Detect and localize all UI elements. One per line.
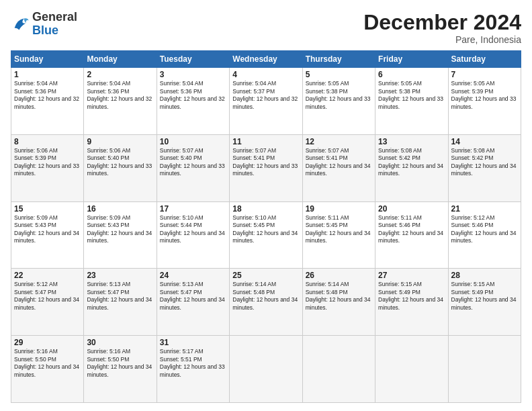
calendar-cell: 2 Sunrise: 5:04 AMSunset: 5:36 PMDayligh… [84,68,157,135]
day-number: 20 [378,204,445,214]
cell-info: Sunrise: 5:15 AMSunset: 5:49 PMDaylight:… [378,281,443,310]
calendar-cell: 1 Sunrise: 5:04 AMSunset: 5:36 PMDayligh… [11,68,84,135]
day-number: 29 [14,338,81,347]
calendar-cell: 10 Sunrise: 5:07 AMSunset: 5:40 PMDaylig… [157,134,229,201]
calendar-table: SundayMondayTuesdayWednesdayThursdayFrid… [11,50,521,403]
calendar-cell: 8 Sunrise: 5:06 AMSunset: 5:39 PMDayligh… [11,134,84,201]
cell-info: Sunrise: 5:15 AMSunset: 5:49 PMDaylight:… [451,281,517,310]
day-number: 26 [306,271,372,280]
calendar-cell: 19 Sunrise: 5:11 AMSunset: 5:45 PMDaylig… [302,201,375,269]
weekday-header-thursday: Thursday [302,51,375,68]
month-title: December 2024 [363,11,521,34]
calendar-cell: 25 Sunrise: 5:14 AMSunset: 5:48 PMDaylig… [230,269,302,336]
calendar-cell: 6 Sunrise: 5:05 AMSunset: 5:38 PMDayligh… [375,68,448,135]
day-number: 15 [14,204,81,214]
calendar-cell: 7 Sunrise: 5:05 AMSunset: 5:39 PMDayligh… [448,68,521,135]
day-number: 5 [306,70,372,79]
day-number: 12 [306,137,372,146]
cell-info: Sunrise: 5:14 AMSunset: 5:48 PMDaylight:… [232,281,298,310]
calendar-cell [230,336,302,403]
day-number: 19 [306,204,372,214]
day-number: 2 [87,70,153,79]
weekday-header-monday: Monday [84,51,157,68]
cell-info: Sunrise: 5:08 AMSunset: 5:42 PMDaylight:… [378,147,443,177]
day-number: 28 [451,271,518,280]
day-number: 27 [378,271,445,280]
cell-info: Sunrise: 5:16 AMSunset: 5:50 PMDaylight:… [87,348,152,377]
calendar-cell: 14 Sunrise: 5:08 AMSunset: 5:42 PMDaylig… [448,134,521,201]
calendar-cell: 28 Sunrise: 5:15 AMSunset: 5:49 PMDaylig… [448,269,521,336]
cell-info: Sunrise: 5:10 AMSunset: 5:44 PMDaylight:… [160,214,225,244]
calendar-cell: 5 Sunrise: 5:05 AMSunset: 5:38 PMDayligh… [302,68,375,135]
calendar-cell: 29 Sunrise: 5:16 AMSunset: 5:50 PMDaylig… [11,336,84,403]
calendar-week-3: 15 Sunrise: 5:09 AMSunset: 5:43 PMDaylig… [11,201,521,269]
logo: General Blue [11,11,77,38]
day-number: 30 [87,338,153,347]
calendar-cell [375,336,448,403]
weekday-header-tuesday: Tuesday [157,51,229,68]
logo-bird-icon [11,15,30,34]
weekday-header-saturday: Saturday [448,51,521,68]
cell-info: Sunrise: 5:13 AMSunset: 5:47 PMDaylight:… [160,281,225,310]
cell-info: Sunrise: 5:10 AMSunset: 5:45 PMDaylight:… [232,214,298,244]
cell-info: Sunrise: 5:14 AMSunset: 5:48 PMDaylight:… [306,281,371,310]
day-number: 24 [160,271,226,280]
day-number: 18 [232,204,299,214]
calendar-cell: 18 Sunrise: 5:10 AMSunset: 5:45 PMDaylig… [230,201,302,269]
calendar-cell: 9 Sunrise: 5:06 AMSunset: 5:40 PMDayligh… [84,134,157,201]
title-block: December 2024 Pare, Indonesia [363,11,521,45]
calendar-cell: 24 Sunrise: 5:13 AMSunset: 5:47 PMDaylig… [157,269,229,336]
cell-info: Sunrise: 5:04 AMSunset: 5:36 PMDaylight:… [160,80,225,109]
cell-info: Sunrise: 5:07 AMSunset: 5:40 PMDaylight:… [160,147,225,177]
day-number: 8 [14,137,81,146]
cell-info: Sunrise: 5:06 AMSunset: 5:39 PMDaylight:… [14,147,79,177]
cell-info: Sunrise: 5:09 AMSunset: 5:43 PMDaylight:… [14,214,79,244]
day-number: 1 [14,70,81,79]
calendar-cell: 20 Sunrise: 5:11 AMSunset: 5:46 PMDaylig… [375,201,448,269]
cell-info: Sunrise: 5:16 AMSunset: 5:50 PMDaylight:… [14,348,79,377]
calendar-cell: 21 Sunrise: 5:12 AMSunset: 5:46 PMDaylig… [448,201,521,269]
calendar-cell: 16 Sunrise: 5:09 AMSunset: 5:43 PMDaylig… [84,201,157,269]
cell-info: Sunrise: 5:07 AMSunset: 5:41 PMDaylight:… [306,147,371,177]
cell-info: Sunrise: 5:17 AMSunset: 5:51 PMDaylight:… [160,348,225,377]
calendar-cell [448,336,521,403]
calendar-week-1: 1 Sunrise: 5:04 AMSunset: 5:36 PMDayligh… [11,68,521,135]
cell-info: Sunrise: 5:04 AMSunset: 5:36 PMDaylight:… [14,80,79,109]
day-number: 9 [87,137,153,146]
calendar-cell: 23 Sunrise: 5:13 AMSunset: 5:47 PMDaylig… [84,269,157,336]
day-number: 3 [160,70,226,79]
day-number: 21 [451,204,518,214]
logo-text: General Blue [32,11,77,38]
calendar-week-5: 29 Sunrise: 5:16 AMSunset: 5:50 PMDaylig… [11,336,521,403]
day-number: 16 [87,204,153,214]
day-number: 17 [160,204,226,214]
calendar-week-4: 22 Sunrise: 5:12 AMSunset: 5:47 PMDaylig… [11,269,521,336]
location: Pare, Indonesia [363,34,521,45]
day-number: 25 [232,271,299,280]
calendar-cell: 22 Sunrise: 5:12 AMSunset: 5:47 PMDaylig… [11,269,84,336]
page: General Blue December 2024 Pare, Indones… [0,0,532,411]
calendar-cell: 11 Sunrise: 5:07 AMSunset: 5:41 PMDaylig… [230,134,302,201]
cell-info: Sunrise: 5:07 AMSunset: 5:41 PMDaylight:… [232,147,298,177]
calendar-week-2: 8 Sunrise: 5:06 AMSunset: 5:39 PMDayligh… [11,134,521,201]
day-number: 13 [378,137,445,146]
day-number: 22 [14,271,81,280]
calendar-cell [302,336,375,403]
cell-info: Sunrise: 5:12 AMSunset: 5:47 PMDaylight:… [14,281,79,310]
calendar-cell: 13 Sunrise: 5:08 AMSunset: 5:42 PMDaylig… [375,134,448,201]
calendar-cell: 4 Sunrise: 5:04 AMSunset: 5:37 PMDayligh… [230,68,302,135]
calendar-cell: 15 Sunrise: 5:09 AMSunset: 5:43 PMDaylig… [11,201,84,269]
day-number: 14 [451,137,518,146]
calendar-cell: 12 Sunrise: 5:07 AMSunset: 5:41 PMDaylig… [302,134,375,201]
calendar-cell: 17 Sunrise: 5:10 AMSunset: 5:44 PMDaylig… [157,201,229,269]
cell-info: Sunrise: 5:06 AMSunset: 5:40 PMDaylight:… [87,147,152,177]
cell-info: Sunrise: 5:12 AMSunset: 5:46 PMDaylight:… [451,214,517,244]
day-number: 7 [451,70,518,79]
calendar-cell: 3 Sunrise: 5:04 AMSunset: 5:36 PMDayligh… [157,68,229,135]
weekday-header-sunday: Sunday [11,51,84,68]
cell-info: Sunrise: 5:09 AMSunset: 5:43 PMDaylight:… [87,214,152,244]
calendar-cell: 30 Sunrise: 5:16 AMSunset: 5:50 PMDaylig… [84,336,157,403]
weekday-header-friday: Friday [375,51,448,68]
day-number: 6 [378,70,445,79]
day-number: 11 [232,137,299,146]
